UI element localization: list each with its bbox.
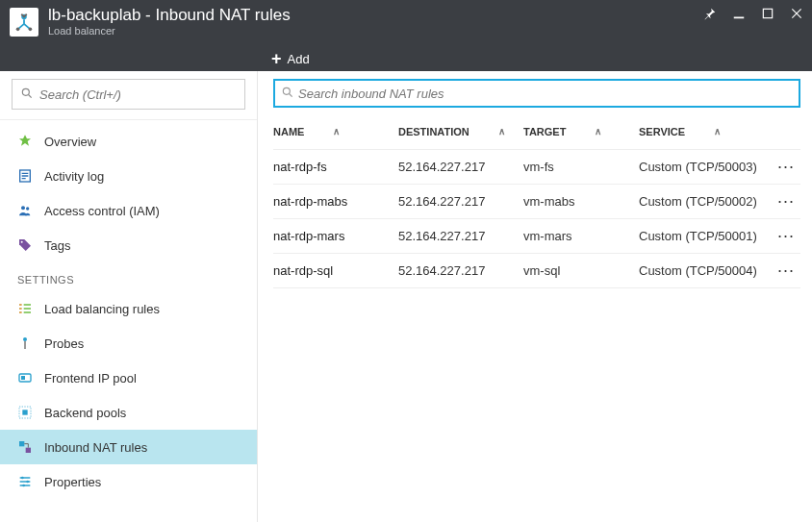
rules-icon (17, 301, 33, 316)
svg-rect-12 (21, 376, 25, 380)
main-search-input[interactable] (298, 87, 793, 101)
col-name[interactable]: NAME ∧ (273, 126, 398, 137)
table-row[interactable]: nat-rdp-mars 52.164.227.217 vm-mars Cust… (273, 219, 800, 254)
table-row[interactable]: nat-rdp-mabs 52.164.227.217 vm-mabs Cust… (273, 185, 800, 219)
sidebar-item-label: Overview (44, 135, 96, 149)
table-row[interactable]: nat-rdp-sql 52.164.227.217 vm-sql Custom… (273, 254, 800, 288)
frontend-ip-icon (17, 370, 33, 385)
command-bar: + Add (0, 46, 812, 71)
sidebar: Overview Activity log Access control (IA… (0, 71, 258, 522)
backend-pools-icon (17, 405, 33, 420)
activity-log-icon (17, 168, 33, 184)
svg-point-18 (26, 481, 29, 484)
search-icon (20, 87, 34, 103)
sidebar-item-label: Frontend IP pool (44, 371, 137, 385)
sort-icon: ∧ (498, 126, 505, 137)
sidebar-item-label: Activity log (44, 169, 104, 184)
svg-point-9 (21, 241, 23, 243)
row-menu-button[interactable]: ... (774, 187, 799, 208)
add-button[interactable]: + Add (271, 50, 310, 67)
access-control-icon (17, 203, 33, 218)
sidebar-item-properties[interactable]: Properties (0, 464, 257, 499)
search-icon (281, 86, 294, 102)
col-destination[interactable]: DESTINATION ∧ (398, 126, 523, 137)
blade-header: lb-backuplab - Inbound NAT rules Load ba… (0, 0, 812, 46)
sidebar-item-backend-pools[interactable]: Backend pools (0, 395, 257, 430)
cell-name: nat-rdp-mabs (273, 194, 398, 209)
sidebar-item-access-control[interactable]: Access control (IAM) (0, 193, 257, 228)
cell-target: vm-fs (523, 160, 639, 174)
add-label: Add (288, 52, 310, 66)
cell-service: Custom (TCP/50001) (639, 229, 774, 243)
sidebar-item-activity-log[interactable]: Activity log (0, 159, 257, 193)
svg-point-20 (283, 87, 290, 94)
sidebar-item-inbound-nat-rules[interactable]: Inbound NAT rules (0, 430, 257, 464)
cell-name: nat-rdp-sql (273, 263, 398, 278)
properties-icon (17, 474, 33, 489)
cell-service: Custom (TCP/50002) (639, 194, 774, 209)
cell-target: vm-sql (523, 263, 639, 278)
cell-target: vm-mabs (523, 194, 639, 209)
settings-section-label: SETTINGS (0, 262, 257, 291)
sidebar-item-label: Properties (44, 475, 101, 489)
svg-point-8 (26, 207, 29, 210)
sidebar-item-overview[interactable]: Overview (0, 124, 257, 159)
sidebar-search[interactable] (12, 79, 245, 110)
row-menu-button[interactable]: ... (774, 222, 799, 242)
pin-icon[interactable] (702, 6, 718, 21)
minimize-icon[interactable] (731, 6, 747, 21)
nat-rules-icon (17, 439, 33, 455)
svg-point-2 (29, 28, 33, 32)
sidebar-item-load-balancing-rules[interactable]: Load balancing rules (0, 291, 257, 326)
sidebar-item-label: Load balancing rules (44, 302, 160, 316)
svg-point-1 (16, 28, 20, 32)
cell-service: Custom (TCP/50004) (639, 263, 774, 278)
svg-point-10 (23, 337, 27, 341)
table-header: NAME ∧ DESTINATION ∧ TARGET ∧ SERVICE ∧ (273, 113, 800, 150)
col-service[interactable]: SERVICE ∧ (639, 126, 774, 137)
sort-icon: ∧ (714, 126, 721, 137)
svg-point-5 (22, 88, 29, 95)
row-menu-button[interactable]: ... (774, 257, 799, 277)
page-subtitle: Load balancer (48, 25, 291, 37)
sidebar-item-probes[interactable]: Probes (0, 326, 257, 360)
col-target[interactable]: TARGET ∧ (523, 126, 639, 137)
cell-service: Custom (TCP/50003) (639, 160, 774, 174)
svg-rect-3 (734, 17, 745, 19)
cell-destination: 52.164.227.217 (398, 160, 523, 174)
svg-point-7 (21, 206, 25, 210)
cell-target: vm-mars (523, 229, 639, 243)
page-title: lb-backuplab - Inbound NAT rules (48, 6, 291, 25)
row-menu-button[interactable]: ... (774, 153, 799, 173)
close-icon[interactable] (789, 6, 804, 21)
sort-icon: ∧ (595, 126, 601, 137)
sidebar-item-label: Probes (44, 336, 84, 351)
tags-icon (17, 237, 33, 253)
sidebar-item-label: Tags (44, 238, 70, 253)
sort-icon: ∧ (333, 126, 340, 137)
plus-icon: + (271, 50, 282, 67)
svg-rect-16 (26, 448, 31, 453)
nat-rules-table: NAME ∧ DESTINATION ∧ TARGET ∧ SERVICE ∧ (273, 113, 800, 288)
sidebar-item-label: Backend pools (44, 406, 126, 420)
cell-name: nat-rdp-fs (273, 160, 398, 174)
svg-rect-14 (22, 410, 27, 414)
maximize-icon[interactable] (760, 6, 775, 21)
probes-icon (17, 336, 33, 351)
overview-icon (17, 134, 33, 149)
sidebar-item-label: Access control (IAM) (44, 204, 160, 218)
cell-destination: 52.164.227.217 (398, 229, 523, 243)
sidebar-item-tags[interactable]: Tags (0, 228, 257, 262)
table-row[interactable]: nat-rdp-fs 52.164.227.217 vm-fs Custom (… (273, 150, 800, 185)
svg-point-19 (22, 485, 25, 487)
svg-rect-15 (19, 441, 24, 446)
main-search[interactable] (273, 79, 800, 108)
load-balancer-icon (10, 8, 38, 37)
cell-destination: 52.164.227.217 (398, 194, 523, 209)
cell-destination: 52.164.227.217 (398, 263, 523, 278)
window-controls (702, 6, 804, 21)
svg-point-17 (21, 477, 24, 480)
sidebar-item-label: Inbound NAT rules (44, 440, 147, 455)
sidebar-item-frontend-ip-pool[interactable]: Frontend IP pool (0, 360, 257, 395)
sidebar-search-input[interactable] (39, 87, 237, 102)
